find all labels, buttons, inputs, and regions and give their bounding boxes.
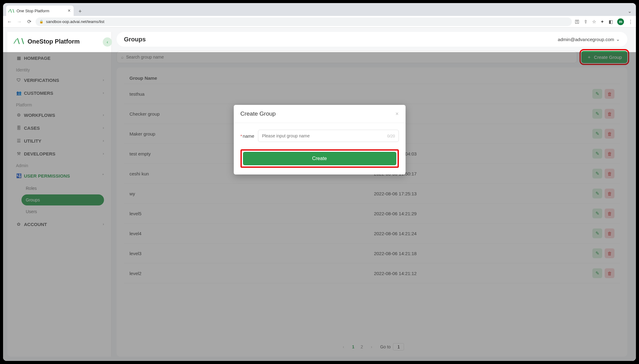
form-row-name: *name 0/20 — [241, 130, 399, 142]
user-menu[interactable]: admin@advancegroup.com ⌄ — [558, 36, 620, 42]
extensions-icon[interactable]: ✦ — [600, 19, 604, 25]
group-name-input[interactable] — [258, 130, 399, 142]
create-group-modal: Create Group × *name 0/20 Create — [234, 105, 406, 174]
profile-avatar[interactable]: m — [617, 18, 624, 25]
forward-button[interactable]: → — [16, 18, 23, 25]
key-icon[interactable]: ⚿ — [575, 19, 579, 24]
modal-create-button[interactable]: Create — [243, 152, 396, 165]
modal-header: Create Group × — [234, 105, 406, 123]
logo[interactable]: ∕∖∖ OneStop Platform — [15, 37, 107, 45]
new-tab-button[interactable]: + — [75, 7, 85, 16]
chevron-down-icon: ⌄ — [616, 36, 620, 42]
panel-icon[interactable]: ◧ — [609, 19, 613, 25]
modal-title: Create Group — [241, 110, 276, 117]
lock-icon: 🔒 — [39, 20, 44, 24]
menu-icon[interactable]: ⋮ — [628, 19, 633, 25]
user-email: admin@advancegroup.com — [558, 37, 614, 42]
reload-button[interactable]: ⟳ — [26, 18, 33, 25]
back-button[interactable]: ← — [6, 18, 13, 25]
app-name: OneStop Platform — [28, 38, 80, 45]
tab-title: One Stop Platform — [17, 9, 49, 13]
star-icon[interactable]: ☆ — [592, 19, 596, 25]
share-icon[interactable]: ⇧ — [584, 19, 588, 25]
topbar: Groups admin@advancegroup.com ⌄ — [117, 32, 627, 47]
browser-tab[interactable]: ∕∖∖ One Stop Platform × — [6, 6, 74, 16]
modal-create-label: Create — [312, 156, 327, 161]
logo-icon: ∕∖∖ — [15, 37, 25, 45]
page-title: Groups — [124, 36, 146, 43]
window-caret-icon[interactable]: ⌄ — [628, 8, 636, 16]
close-tab-icon[interactable]: × — [68, 8, 71, 13]
url-input[interactable]: 🔒 sandbox-oop.advai.net/teams/list — [36, 17, 572, 26]
address-bar: ← → ⟳ 🔒 sandbox-oop.advai.net/teams/list… — [3, 16, 636, 28]
highlight-box: Create — [241, 149, 399, 168]
collapse-sidebar-button[interactable]: ‹ — [103, 37, 112, 47]
form-label-name: *name — [241, 133, 254, 139]
char-count: 0/20 — [387, 134, 395, 138]
modal-overlay[interactable] — [3, 52, 636, 361]
browser-tab-bar: ∕∖∖ One Stop Platform × + ⌄ — [3, 3, 636, 16]
url-text: sandbox-oop.advai.net/teams/list — [46, 19, 104, 24]
favicon-icon: ∕∖∖ — [9, 8, 14, 13]
modal-close-button[interactable]: × — [395, 111, 399, 117]
